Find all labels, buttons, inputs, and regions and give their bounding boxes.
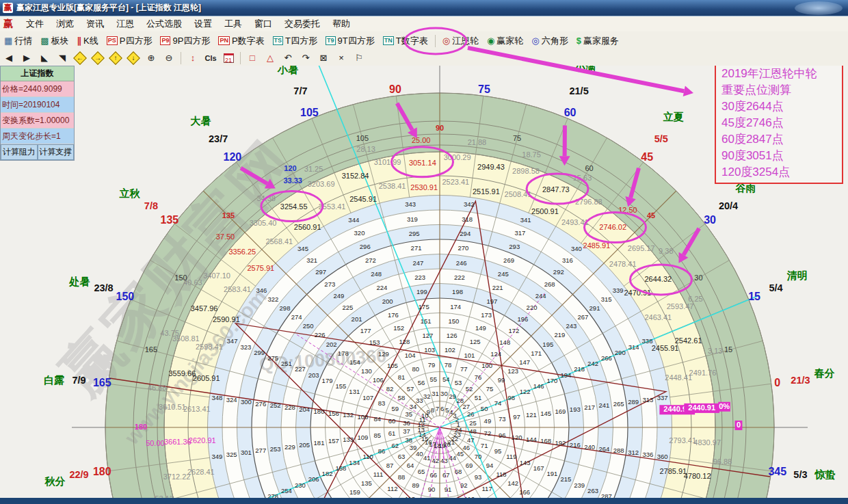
svg-text:34: 34 bbox=[410, 403, 417, 410]
menu-item-4[interactable]: 公式选股 bbox=[140, 16, 188, 31]
svg-text:15.63: 15.63 bbox=[573, 174, 592, 182]
svg-text:244: 244 bbox=[535, 292, 546, 300]
svg-text:54: 54 bbox=[442, 375, 450, 383]
updown-scale-button[interactable]: ↕ bbox=[184, 51, 202, 64]
ps-icon: PS bbox=[107, 36, 118, 45]
gann-wheel-canvas[interactable]: 赢家财富网www.yingjia360.comQQ:10080036012345… bbox=[0, 66, 848, 498]
svg-text:152: 152 bbox=[393, 324, 404, 332]
svg-text:21.88: 21.88 bbox=[468, 138, 487, 146]
svg-text:3152.84: 3152.84 bbox=[342, 172, 369, 180]
toolbar-button-P四方形[interactable]: PSP四方形 bbox=[103, 34, 156, 49]
toolbar-button-label: T四方形 bbox=[285, 35, 317, 47]
menu-item-1[interactable]: 浏览 bbox=[50, 16, 80, 31]
annotation-line-5: 90度3051点 bbox=[721, 148, 836, 164]
svg-text:300: 300 bbox=[241, 398, 252, 406]
svg-text:2553.41: 2553.41 bbox=[319, 202, 346, 211]
menu-item-3[interactable]: 江恩 bbox=[110, 16, 140, 31]
toolbar-button-赢家服务[interactable]: $赢家服务 bbox=[573, 34, 622, 49]
toolbar-button-T数字表[interactable]: TNT数字表 bbox=[380, 34, 432, 49]
svg-text:315: 315 bbox=[601, 295, 612, 303]
menu-item-0[interactable]: 文件 bbox=[20, 16, 50, 31]
svg-text:194: 194 bbox=[560, 371, 571, 379]
toolbar-button-9T四方形[interactable]: T99T四方形 bbox=[322, 34, 378, 49]
svg-text:68: 68 bbox=[455, 468, 462, 475]
step-row: 周天变化步长=1 bbox=[1, 129, 74, 144]
svg-text:56: 56 bbox=[418, 379, 425, 386]
svg-text:158: 158 bbox=[335, 464, 346, 472]
svg-text:316: 316 bbox=[562, 256, 573, 264]
svg-text:3.13: 3.13 bbox=[708, 347, 722, 355]
toolbar-button-赢家轮[interactable]: ◉赢家轮 bbox=[483, 34, 527, 49]
rotate-left-button[interactable]: ◣ bbox=[36, 51, 53, 64]
title-bar: 赢 赢家江恩专业版[赢家服务平台] - [上证指数 江恩轮] bbox=[0, 0, 848, 16]
pan-right-button[interactable]: → bbox=[89, 51, 107, 64]
svg-text:267: 267 bbox=[578, 313, 589, 321]
menu-item-8[interactable]: 交易委托 bbox=[278, 16, 326, 31]
pan-down-button[interactable]: ↓ bbox=[124, 51, 142, 64]
toolbar-button-行情[interactable]: ▦行情 bbox=[1, 34, 36, 49]
prev-button[interactable]: ◀ bbox=[0, 51, 18, 64]
annotation-line-1: 重要点位测算 bbox=[721, 82, 836, 98]
svg-text:2644.32: 2644.32 bbox=[644, 275, 672, 283]
menu-item-6[interactable]: 工具 bbox=[218, 16, 248, 31]
svg-text:102: 102 bbox=[445, 346, 455, 354]
menu-item-7[interactable]: 窗口 bbox=[248, 16, 278, 31]
menu-item-5[interactable]: 设置 bbox=[188, 16, 218, 31]
window-controls-area[interactable] bbox=[795, 1, 843, 15]
svg-text:251: 251 bbox=[281, 360, 292, 367]
svg-text:217: 217 bbox=[584, 403, 595, 411]
rect-tool-button[interactable]: □ bbox=[243, 51, 261, 64]
svg-text:171: 171 bbox=[531, 349, 542, 357]
pan-up-button[interactable]: ↑ bbox=[107, 51, 124, 64]
svg-text:28: 28 bbox=[457, 397, 464, 404]
svg-text:75: 75 bbox=[513, 134, 521, 142]
menu-item-2[interactable]: 资讯 bbox=[80, 16, 110, 31]
svg-text:247: 247 bbox=[412, 259, 423, 267]
menu-item-9[interactable]: 帮助 bbox=[326, 16, 356, 31]
delete-box-button[interactable]: ⊠ bbox=[315, 51, 332, 64]
rotate-right-button[interactable]: ◥ bbox=[53, 51, 71, 64]
svg-text:69: 69 bbox=[466, 462, 473, 469]
svg-text:324: 324 bbox=[226, 396, 237, 403]
svg-text:174: 174 bbox=[450, 303, 461, 310]
flag-tool-button[interactable]: ⚐ bbox=[350, 51, 368, 64]
cross-tool-button[interactable]: × bbox=[332, 51, 350, 64]
toolbar-button-板块[interactable]: ▩板块 bbox=[37, 34, 72, 49]
svg-text:3254.55: 3254.55 bbox=[280, 202, 308, 211]
svg-text:65: 65 bbox=[418, 468, 425, 475]
svg-text:320: 320 bbox=[354, 229, 365, 237]
application-window: 赢 赢家江恩专业版[赢家服务平台] - [上证指数 江恩轮] 赢 文件浏览资讯江… bbox=[0, 0, 848, 504]
svg-text:150: 150 bbox=[116, 291, 135, 302]
svg-text:12.50: 12.50 bbox=[618, 206, 637, 214]
svg-text:103: 103 bbox=[424, 346, 435, 354]
toolbar-button-9P四方形[interactable]: P99P四方形 bbox=[157, 34, 213, 49]
svg-text:40: 40 bbox=[416, 450, 423, 457]
toolbar-button-六角形[interactable]: ◎六角形 bbox=[528, 34, 571, 49]
svg-text:180: 180 bbox=[135, 423, 147, 431]
pan-left-button[interactable]: ← bbox=[71, 51, 89, 64]
svg-text:2575.91: 2575.91 bbox=[247, 264, 274, 272]
quote-grid-icon: ▦ bbox=[4, 36, 12, 46]
triangle-tool-button[interactable]: △ bbox=[261, 51, 279, 64]
rotate-ccw-button[interactable]: ↶ bbox=[279, 51, 297, 64]
zoom-out-button[interactable]: ⊖ bbox=[160, 51, 178, 64]
svg-text:192: 192 bbox=[555, 439, 566, 447]
rotate-cw-button[interactable]: ↷ bbox=[297, 51, 315, 64]
zoom-in-button[interactable]: ⊕ bbox=[142, 51, 160, 64]
toolbar-button-T四方形[interactable]: TST四方形 bbox=[269, 34, 321, 49]
toolbar-button-label: 赢家服务 bbox=[583, 35, 619, 47]
calc-support-button[interactable]: 计算支撑 bbox=[38, 144, 75, 160]
calc-resistance-button[interactable]: 计算阻力 bbox=[1, 144, 38, 160]
toolbar-button-K线[interactable]: ∥K线 bbox=[74, 34, 102, 49]
svg-text:23/7: 23/7 bbox=[209, 133, 228, 144]
svg-text:2545.91: 2545.91 bbox=[349, 195, 377, 203]
calendar-21-button[interactable]: 21 bbox=[220, 51, 237, 64]
cls-button[interactable]: Cls bbox=[202, 51, 220, 64]
svg-text:18.75: 18.75 bbox=[522, 150, 541, 159]
svg-text:4830.97: 4830.97 bbox=[693, 438, 721, 447]
toolbar-button-江恩轮[interactable]: ◎江恩轮 bbox=[439, 34, 482, 49]
svg-text:2463.41: 2463.41 bbox=[644, 313, 672, 321]
next-button[interactable]: ▶ bbox=[18, 51, 36, 64]
svg-text:28.13: 28.13 bbox=[356, 145, 375, 153]
toolbar-button-P数字表[interactable]: PNP数字表 bbox=[215, 34, 267, 49]
